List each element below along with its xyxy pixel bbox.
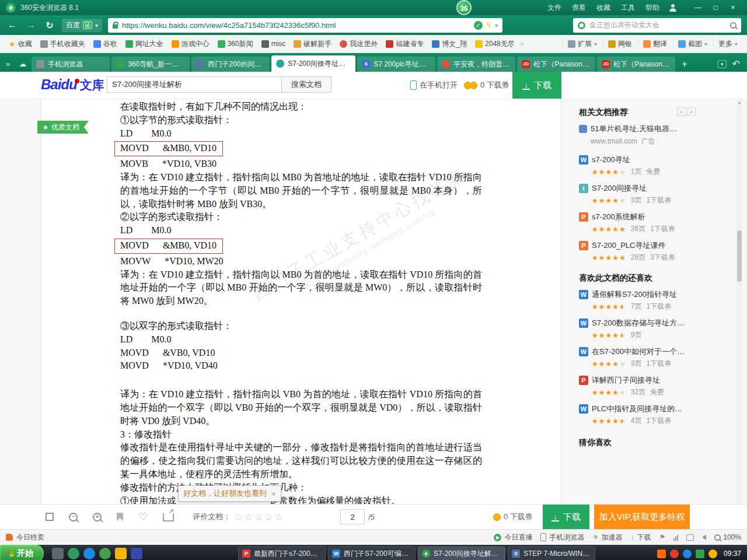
bookmark-favorites[interactable]: ★收藏 <box>5 37 36 50</box>
quick-search-box[interactable]: 金正恩出席劳动党大会 <box>573 18 741 33</box>
tab-list-button[interactable]: ▾ <box>718 60 727 68</box>
tab-jd-panasonic-2[interactable]: JD松下（Panasonic… <box>597 57 675 72</box>
zoom-out-icon[interactable]: − <box>69 513 78 522</box>
bookmark-item[interactable]: 游戏中心 <box>167 37 214 50</box>
bookmark-item[interactable]: 360新闻 <box>214 37 257 50</box>
bookmark-item[interactable]: 网址大全 <box>121 37 167 50</box>
quick-launch-icon[interactable] <box>131 548 142 559</box>
quick-launch-icon[interactable] <box>115 548 127 559</box>
window-mode-icon[interactable] <box>686 534 694 541</box>
quick-launch-icon[interactable] <box>83 548 95 559</box>
screenshot-button[interactable]: 截图▾ <box>673 37 712 50</box>
bookmark-item[interactable]: 福建省专 <box>382 37 428 50</box>
bookmark-item[interactable]: 博文_翔 <box>428 37 471 50</box>
zoom-control[interactable]: 100% <box>714 533 741 541</box>
open-in-phone[interactable]: 在手机打开 <box>410 80 458 90</box>
liked-doc-item[interactable]: WS7-200数据存储与寻址方… ★★★★★★★★★★9页 <box>579 318 696 340</box>
network-signal-icon[interactable] <box>673 534 678 541</box>
liked-doc-item[interactable]: W在S7-200中如何对于一个… ★★★★★★★★★★3页1下载券 <box>579 346 696 369</box>
more-button[interactable]: 更多▾ <box>713 37 742 50</box>
liked-doc-item[interactable]: W通俗解释S7-200指针寻址 ★★★★★★★★★★7页1下载券 <box>579 289 696 312</box>
wenku-search-button[interactable]: 搜索文档 <box>281 76 331 93</box>
chevron-down-icon[interactable]: ▾ <box>495 22 498 29</box>
url-bar[interactable]: https://wenku.baidu.com/view/4c25a7154b7… <box>108 18 502 33</box>
close-button[interactable]: × <box>725 2 741 13</box>
scroll-up-icon[interactable]: ▲ <box>736 99 742 106</box>
tab-siemens-200[interactable]: 西门子200的间接… <box>191 57 270 72</box>
tray-icon[interactable] <box>683 550 692 558</box>
translate-button[interactable]: 翻译 <box>638 37 672 50</box>
tab-news[interactable]: 平安夜，特朗普与… <box>437 57 515 72</box>
fullscreen-icon[interactable] <box>46 513 54 521</box>
minimize-button[interactable]: — <box>690 2 706 13</box>
speaker-icon[interactable] <box>702 534 706 540</box>
flag-icon[interactable]: ⚑ <box>659 533 666 541</box>
prev-page-icon[interactable]: ‹ <box>677 107 686 116</box>
baidu-wenku-logo[interactable]: Baidu文库 <box>41 76 104 93</box>
rating-stars-input[interactable]: ☆☆☆☆☆ <box>234 512 284 522</box>
tab-s7-200-active[interactable]: S7-200间接寻址解析 <box>271 55 355 72</box>
menu-favorites[interactable]: 收藏 <box>596 3 610 13</box>
taskbar-window-pdf[interactable]: P最新西门子s7-200… <box>238 547 326 560</box>
zoom-in-icon[interactable]: + <box>93 513 102 522</box>
tab-360-nav[interactable]: 360导航_新一代安… <box>111 57 190 72</box>
quick-search-text[interactable]: 金正恩出席劳动党大会 <box>589 20 726 30</box>
menu-view[interactable]: 查看 <box>572 3 586 13</box>
wenku-search-input[interactable] <box>107 76 282 93</box>
speed-mode-icon[interactable]: ϟ <box>487 20 491 30</box>
search-icon[interactable] <box>730 22 736 29</box>
scrollbar[interactable]: ▲ <box>736 99 742 504</box>
tray-icon[interactable] <box>708 550 717 558</box>
bookmarks-overflow-chevron[interactable]: » <box>519 40 525 48</box>
live-button[interactable]: ▶今日直播 <box>494 533 532 542</box>
bookmark-item[interactable]: 谷歌 <box>89 37 121 50</box>
liked-doc-item[interactable]: WPLC中指针及间接寻址的… ★★★★★★★★★★4页1下载券 <box>579 404 696 426</box>
related-doc-item[interactable]: Ws7-200寻址 ★★★★★★★★★★1页免费 <box>579 155 696 177</box>
start-button[interactable]: 开始 <box>0 545 44 560</box>
url-text[interactable]: https://wenku.baidu.com/view/4c25a7154b7… <box>122 21 470 30</box>
share-icon[interactable]: ↗ <box>163 513 174 522</box>
taskbar-window-word[interactable]: W西门子S7-200可编… <box>328 547 416 560</box>
collapse-tabs-icon[interactable]: » <box>2 60 13 72</box>
daily-sale-label[interactable]: 今日特卖 <box>16 533 44 542</box>
tray-icon[interactable] <box>657 550 666 558</box>
tab-s7-200plc[interactable]: SS7 200plc寻址问题… <box>357 57 435 72</box>
taskbar-window-step7[interactable]: SSTEP 7-Micro/WIN… <box>508 547 595 560</box>
favorite-heart-icon[interactable]: ♡ <box>138 512 148 522</box>
quick-launch-icon[interactable] <box>99 548 111 559</box>
related-doc-item[interactable]: PS7-200_PLC寻址课件 ★★★★★★★★★★28页3下载券 <box>579 240 696 262</box>
site-safety-icon[interactable]: ✓ <box>474 21 483 30</box>
next-page-icon[interactable]: › <box>687 107 696 116</box>
booster-button[interactable]: ✈加速器 <box>592 533 622 542</box>
taskbar-window-browser[interactable]: eS7-200间接寻址解… <box>418 547 505 560</box>
mobile-browser-button[interactable]: 手机浏览器 <box>540 533 584 542</box>
tray-icon[interactable] <box>696 550 704 558</box>
extensions-button[interactable]: 扩展▾ <box>563 37 602 50</box>
join-vip-button[interactable]: 加入VIP,获取更多特权 <box>594 505 690 529</box>
refresh-button[interactable]: ↻ <box>43 20 56 31</box>
bookmark-item[interactable]: misc <box>257 37 290 50</box>
related-doc-item[interactable]: tS7-200间接寻址 ★★★★★★★★★★3页1下载券 <box>579 183 696 205</box>
menu-tools[interactable]: 工具 <box>621 3 635 13</box>
bookmark-item[interactable]: 破解新手 <box>289 37 336 50</box>
reopen-closed-tab-button[interactable]: ↶ <box>732 58 740 69</box>
menu-file[interactable]: 文件 <box>547 3 561 13</box>
bookmark-item[interactable]: 2048无尽 <box>471 37 519 50</box>
download-button[interactable]: ↓下载 <box>543 505 589 529</box>
maximize-button[interactable]: □ <box>707 2 724 13</box>
back-button[interactable]: ← <box>6 20 19 30</box>
forward-button[interactable]: → <box>25 20 37 30</box>
download-button[interactable]: ↓下载 <box>512 72 561 99</box>
user-icon[interactable] <box>669 4 677 12</box>
cloud-sync-icon[interactable]: ☁ <box>15 60 30 72</box>
menu-help[interactable]: 帮助 <box>645 3 659 13</box>
downloads-button[interactable]: ↓下载 <box>631 533 651 542</box>
tab-jd-panasonic-1[interactable]: JD松下（Panasonic… <box>517 57 595 72</box>
page-number-input[interactable] <box>340 509 365 524</box>
liked-doc-item[interactable]: P详解西门子间接寻址 ★★★★★★★★★★32页免费 <box>579 375 696 397</box>
netbank-button[interactable]: 网银 <box>603 37 637 50</box>
tray-icon[interactable] <box>670 550 679 558</box>
search-engine-selector[interactable]: 百度 证 ▾ <box>62 19 102 32</box>
quick-launch-icon[interactable] <box>68 548 79 559</box>
bookmark-icon[interactable] <box>117 513 123 522</box>
